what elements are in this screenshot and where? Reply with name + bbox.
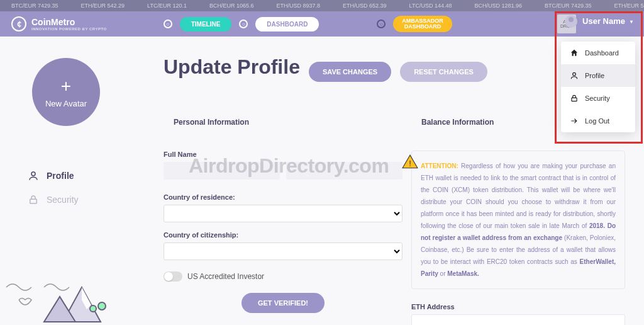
dashboard-button[interactable]: DASHBOARD xyxy=(255,17,319,31)
citizenship-label: Country of citizenship: xyxy=(164,231,402,239)
sidebar-item-security[interactable]: Security xyxy=(28,188,104,212)
first-name-input[interactable] xyxy=(164,162,280,180)
personal-info-section: Personal Information Full Name Country o… xyxy=(164,109,402,325)
topbar: ₵ CoinMetro INNOVATION POWERED BY CRYPTO… xyxy=(0,11,644,37)
balance-info-section: Balance Information ! ATTENTION: Regardl… xyxy=(411,109,625,325)
lock-icon xyxy=(28,194,39,205)
sidebar-item-profile[interactable]: Profile xyxy=(28,164,104,188)
last-name-input[interactable] xyxy=(286,162,402,180)
warning-icon: ! xyxy=(402,154,418,170)
user-avatar-icon xyxy=(565,15,577,28)
residence-select[interactable] xyxy=(164,205,402,222)
us-investor-toggle[interactable] xyxy=(164,271,182,282)
svg-point-6 xyxy=(90,305,96,312)
user-menu-trigger[interactable]: User Name ▾ xyxy=(565,15,633,28)
page-title: Update Profile xyxy=(164,55,300,79)
dropdown-item-logout[interactable]: Log Out xyxy=(561,110,635,132)
brand-tagline: INNOVATION POWERED BY CRYPTO xyxy=(31,27,107,31)
ambassador-dot-icon: ○ xyxy=(377,20,386,28)
us-investor-label: US Accredited Investor xyxy=(187,272,264,281)
svg-rect-3 xyxy=(30,199,37,203)
svg-point-0 xyxy=(573,72,576,76)
lock-icon xyxy=(570,94,579,103)
user-icon xyxy=(570,71,579,80)
dropdown-item-dashboard[interactable]: Dashboard xyxy=(561,42,635,64)
new-avatar-button[interactable]: + New Avatar xyxy=(32,58,100,126)
brand-logo[interactable]: ₵ CoinMetro INNOVATION POWERED BY CRYPTO xyxy=(11,16,107,31)
price-ticker: BTC/EUR 7429.35ETH/EUR 542.29LTC/EUR 120… xyxy=(0,0,644,11)
ambassador-button[interactable]: AMBASSADOR DASHBOARD xyxy=(393,16,452,32)
personal-info-heading: Personal Information xyxy=(164,109,402,135)
svg-text:!: ! xyxy=(409,159,411,168)
svg-rect-1 xyxy=(572,98,577,101)
user-name: User Name xyxy=(582,17,625,26)
eth-address-label: ETH Address xyxy=(411,303,625,311)
caret-down-icon: ▾ xyxy=(630,19,633,25)
svg-point-5 xyxy=(98,302,106,310)
timeline-button[interactable]: TIMELINE xyxy=(180,17,232,31)
eth-address-input[interactable] xyxy=(411,314,625,325)
residence-label: Country of residence: xyxy=(164,193,402,201)
save-button[interactable]: SAVE CHANGES xyxy=(309,62,391,82)
user-dropdown: Dashboard Profile Security Log Out xyxy=(561,42,635,132)
user-icon xyxy=(28,170,39,181)
decorative-illustration xyxy=(0,262,126,325)
logo-icon: ₵ xyxy=(11,16,26,31)
dropdown-item-security[interactable]: Security xyxy=(561,87,635,110)
arrow-right-icon xyxy=(570,117,579,125)
full-name-label: Full Name xyxy=(164,151,402,158)
balance-warning-card: ! ATTENTION: Regardless of how you are m… xyxy=(411,151,625,289)
get-verified-button[interactable]: GET VERIFIED! xyxy=(242,293,325,313)
home-icon xyxy=(570,48,579,57)
plus-icon: + xyxy=(61,76,71,96)
dropdown-item-profile[interactable]: Profile xyxy=(561,64,635,87)
dashboard-dot-icon: ○ xyxy=(239,20,248,28)
citizenship-select[interactable] xyxy=(164,242,402,260)
reset-button[interactable]: RESET CHANGES xyxy=(400,62,487,82)
svg-point-2 xyxy=(31,172,35,176)
timeline-dot-icon: ○ xyxy=(164,20,172,28)
brand-name: CoinMetro xyxy=(31,17,75,27)
